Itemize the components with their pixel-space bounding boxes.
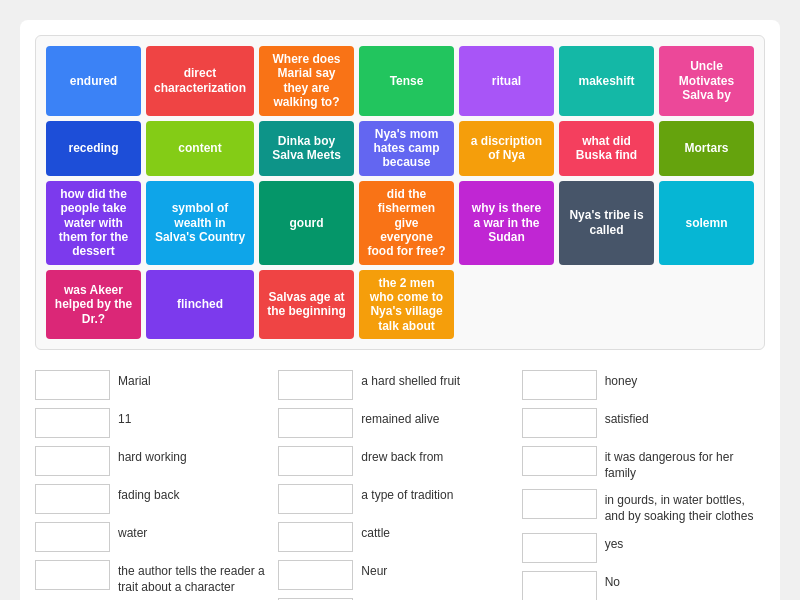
drop-box[interactable]: [35, 484, 110, 514]
tile-nyas-tribe[interactable]: Nya's tribe is called: [559, 181, 654, 265]
drop-box[interactable]: [35, 370, 110, 400]
match-clue: honey: [605, 370, 765, 390]
tile-direct-char[interactable]: direct characterization: [146, 46, 254, 116]
drop-box[interactable]: [278, 560, 353, 590]
match-clue: yes: [605, 533, 765, 553]
match-column-2: a hard shelled fruit remained alive drew…: [278, 370, 521, 600]
match-clue: drew back from: [361, 446, 521, 466]
tile-makeshift[interactable]: makeshift: [559, 46, 654, 116]
match-row: water: [35, 522, 278, 552]
match-clue: Marial: [118, 370, 278, 390]
tile-was-akeer[interactable]: was Akeer helped by the Dr.?: [46, 270, 141, 340]
drop-box[interactable]: [35, 522, 110, 552]
tile-what-did-buska[interactable]: what did Buska find: [559, 121, 654, 176]
match-column-3: honey satisfied it was dangerous for her…: [522, 370, 765, 600]
drop-box[interactable]: [522, 489, 597, 519]
match-row: a hard shelled fruit: [278, 370, 521, 400]
drop-box[interactable]: [278, 408, 353, 438]
drop-box[interactable]: [278, 446, 353, 476]
match-row: remained alive: [278, 408, 521, 438]
drop-box[interactable]: [522, 370, 597, 400]
match-row: No: [522, 571, 765, 600]
match-clue: Neur: [361, 560, 521, 580]
drop-box[interactable]: [522, 571, 597, 600]
match-row: drew back from: [278, 446, 521, 476]
match-row: a type of tradition: [278, 484, 521, 514]
match-row: 11: [35, 408, 278, 438]
match-clue: the author tells the reader a trait abou…: [118, 560, 278, 595]
word-bank: endured direct characterization Where do…: [35, 35, 765, 350]
tile-endured[interactable]: endured: [46, 46, 141, 116]
tile-tense[interactable]: Tense: [359, 46, 454, 116]
match-clue: hard working: [118, 446, 278, 466]
match-clue: cattle: [361, 522, 521, 542]
match-clue: No: [605, 571, 765, 591]
match-row: fading back: [35, 484, 278, 514]
tile-solemn[interactable]: solemn: [659, 181, 754, 265]
match-column-1: Marial 11 hard working fading back water…: [35, 370, 278, 600]
tile-content[interactable]: content: [146, 121, 254, 176]
tile-receding[interactable]: receding: [46, 121, 141, 176]
tile-uncle-motivates[interactable]: Uncle Motivates Salva by: [659, 46, 754, 116]
tile-nyas-mom[interactable]: Nya's mom hates camp because: [359, 121, 454, 176]
tile-ritual[interactable]: ritual: [459, 46, 554, 116]
drop-box[interactable]: [522, 446, 597, 476]
match-clue: fading back: [118, 484, 278, 504]
match-row: honey: [522, 370, 765, 400]
tile-flinched[interactable]: flinched: [146, 270, 254, 340]
drop-box[interactable]: [278, 370, 353, 400]
tile-where-marial[interactable]: Where does Marial say they are walking t…: [259, 46, 354, 116]
drop-box[interactable]: [35, 560, 110, 590]
tile-symbol-of-wealth[interactable]: symbol of wealth in Salva's Country: [146, 181, 254, 265]
match-row: hard working: [35, 446, 278, 476]
match-row: in gourds, in water bottles, and by soak…: [522, 489, 765, 524]
match-clue: in gourds, in water bottles, and by soak…: [605, 489, 765, 524]
match-row: yes: [522, 533, 765, 563]
tile-mortars[interactable]: Mortars: [659, 121, 754, 176]
tile-how-did-people[interactable]: how did the people take water with them …: [46, 181, 141, 265]
match-clue: 11: [118, 408, 278, 428]
matching-area: Marial 11 hard working fading back water…: [35, 370, 765, 600]
match-clue: it was dangerous for her family: [605, 446, 765, 481]
tile-salvas-age[interactable]: Salvas age at the beginning: [259, 270, 354, 340]
tile-dinka-boy[interactable]: Dinka boy Salva Meets: [259, 121, 354, 176]
match-row: it was dangerous for her family: [522, 446, 765, 481]
drop-box[interactable]: [278, 522, 353, 552]
drop-box[interactable]: [522, 408, 597, 438]
match-clue: water: [118, 522, 278, 542]
match-clue: satisfied: [605, 408, 765, 428]
match-row: satisfied: [522, 408, 765, 438]
drop-box[interactable]: [278, 484, 353, 514]
drop-box[interactable]: [522, 533, 597, 563]
tile-discription[interactable]: a discription of Nya: [459, 121, 554, 176]
drop-box[interactable]: [35, 446, 110, 476]
match-clue: remained alive: [361, 408, 521, 428]
match-clue: a type of tradition: [361, 484, 521, 504]
match-row: Marial: [35, 370, 278, 400]
tile-fishermen[interactable]: did the fishermen give everyone food for…: [359, 181, 454, 265]
match-row: the author tells the reader a trait abou…: [35, 560, 278, 595]
match-row: cattle: [278, 522, 521, 552]
main-container: endured direct characterization Where do…: [20, 20, 780, 600]
match-row: Neur: [278, 560, 521, 590]
tile-2-men[interactable]: the 2 men who come to Nya's village talk…: [359, 270, 454, 340]
drop-box[interactable]: [35, 408, 110, 438]
tile-gourd[interactable]: gourd: [259, 181, 354, 265]
match-clue: a hard shelled fruit: [361, 370, 521, 390]
tile-why-war[interactable]: why is there a war in the Sudan: [459, 181, 554, 265]
